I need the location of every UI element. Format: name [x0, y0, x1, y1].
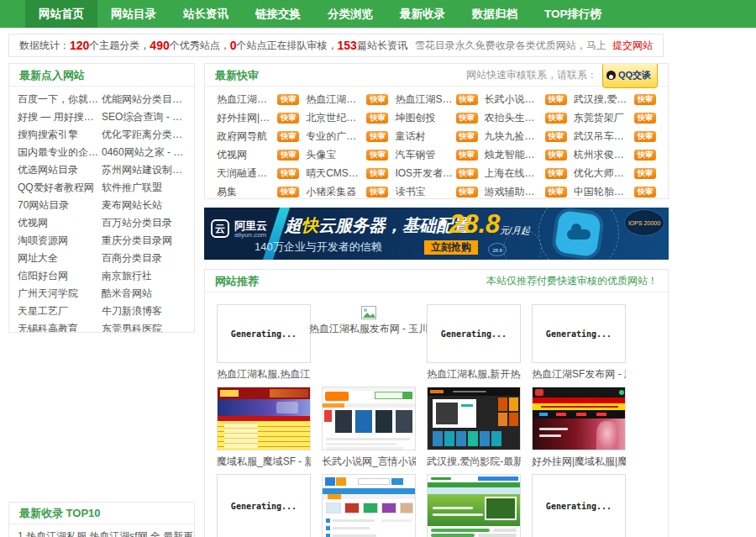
site-link[interactable]: 网址大全: [18, 250, 102, 267]
fast-review-badge[interactable]: 快审: [545, 150, 567, 161]
site-link[interactable]: 政府网导航: [217, 129, 267, 144]
site-link[interactable]: 读书宝: [395, 185, 425, 199]
site-link[interactable]: 专业的广安市房: [306, 129, 364, 144]
site-link[interactable]: 天星工艺厂: [18, 303, 102, 320]
nav-item-top-rank[interactable]: TOP排行榜: [531, 0, 615, 28]
site-thumbnail-agriculture-site[interactable]: [427, 474, 521, 537]
site-link[interactable]: 游戏辅助手机综: [485, 185, 543, 199]
site-link[interactable]: 烛龙智能家居: [485, 148, 543, 162]
fast-review-badge[interactable]: 快审: [277, 94, 299, 105]
site-link[interactable]: 百万站分类目录: [102, 214, 186, 232]
fast-review-badge[interactable]: 快审: [366, 131, 388, 142]
site-link[interactable]: 热血江湖SF发布: [395, 92, 453, 107]
site-link[interactable]: 武汉搜,爱尚影院-: [574, 92, 632, 107]
top10-item-1[interactable]: 1.热血江湖私服,热血江湖sf网,全 最新更热血江湖: [9, 524, 194, 537]
fast-review-badge[interactable]: 快审: [366, 187, 388, 197]
site-link[interactable]: 晴天CMS唯一官: [306, 166, 364, 181]
thumbnail-generating-placeholder[interactable]: Generating...: [217, 474, 311, 537]
site-link[interactable]: 搜狗搜索引擎: [18, 126, 102, 144]
site-link[interactable]: 70网站目录: [18, 197, 102, 214]
fast-review-badge[interactable]: 快审: [545, 94, 567, 105]
site-link[interactable]: QQ爱好者教程网: [18, 179, 102, 197]
fast-review-badge[interactable]: 快审: [456, 131, 478, 142]
thumbnail-generating-placeholder[interactable]: Generating...: [427, 304, 521, 363]
site-link[interactable]: 重庆分类目录网: [102, 232, 186, 250]
site-link[interactable]: 北京世纪年华广: [306, 111, 364, 125]
fast-review-badge[interactable]: 快审: [277, 187, 299, 197]
site-link[interactable]: 中国轮胎商业网: [574, 185, 632, 199]
site-link[interactable]: 九块九捡便宜: [485, 129, 543, 144]
site-link[interactable]: 优视网: [217, 148, 247, 162]
site-link[interactable]: 农抬头生物科技: [485, 111, 543, 125]
fast-review-badge[interactable]: 快审: [456, 113, 478, 124]
fast-review-badge[interactable]: 快审: [634, 113, 656, 124]
site-link[interactable]: 酷米音网站: [102, 285, 186, 303]
fast-review-badge[interactable]: 快审: [634, 94, 656, 105]
site-link[interactable]: 东莞货架厂: [574, 111, 624, 125]
nav-item-link-exchange[interactable]: 链接交换: [242, 0, 314, 28]
site-thumbnail-novel-site[interactable]: [322, 387, 416, 450]
fast-review-badge[interactable]: 快审: [366, 150, 388, 161]
site-link[interactable]: 头像宝: [306, 148, 336, 162]
nav-item-directory[interactable]: 网站目录: [97, 0, 170, 28]
site-link[interactable]: 优化零距离分类目录: [102, 126, 186, 144]
site-link[interactable]: IOS开发者论坛: [395, 166, 453, 181]
site-thumbnail-game-table[interactable]: [217, 387, 311, 450]
fast-review-badge[interactable]: 快审: [456, 187, 478, 197]
fast-review-badge[interactable]: 快审: [366, 113, 388, 124]
site-thumbnail-directory-site[interactable]: [322, 474, 416, 537]
site-link[interactable]: SEO综合查询 - 站长: [102, 108, 186, 126]
fast-review-badge[interactable]: 快审: [634, 168, 656, 179]
thumbnail-generating-placeholder[interactable]: Generating...: [532, 474, 626, 537]
fast-review-badge[interactable]: 快审: [456, 150, 478, 161]
site-link[interactable]: 麦布网站长站: [102, 197, 186, 214]
fast-review-badge[interactable]: 快审: [456, 168, 478, 179]
fast-review-badge[interactable]: 快审: [366, 94, 388, 105]
site-caption-link[interactable]: 好外挂网|魔域私服|魔域私: [532, 455, 626, 468]
site-link[interactable]: 东莞男科医院: [102, 320, 186, 333]
site-link[interactable]: 易集: [217, 185, 237, 199]
site-link[interactable]: 苏州网站建设制作维: [102, 161, 186, 179]
thumbnail-generating-placeholder[interactable]: Generating...: [532, 304, 626, 363]
site-link[interactable]: 好外挂网|魔域私: [217, 111, 275, 125]
site-link[interactable]: 百商分类目录: [102, 250, 186, 267]
fast-review-badge[interactable]: 快审: [366, 168, 388, 179]
nav-item-latest[interactable]: 最新收录: [386, 0, 459, 28]
site-link[interactable]: 热血江湖私服,新: [306, 92, 364, 107]
fast-review-badge[interactable]: 快审: [545, 187, 567, 197]
site-caption-link[interactable]: 热血江湖私服,新开热血江湖: [427, 368, 521, 381]
banner-cta-button[interactable]: 立刻抢购: [424, 240, 478, 255]
nav-item-news[interactable]: 站长资讯: [170, 0, 242, 28]
broken-image-thumbnail[interactable]: 热血江湖私服发布网 - 玉川: [322, 304, 416, 363]
site-link[interactable]: 优视网: [18, 214, 102, 232]
site-link[interactable]: 天润融通智能400: [217, 166, 275, 181]
site-caption-link[interactable]: 长武小说网_言情小说_玄幻: [322, 455, 416, 468]
site-link[interactable]: 童话村: [395, 129, 425, 144]
site-link[interactable]: 优化大师官方网: [574, 166, 632, 181]
fast-review-badge[interactable]: 快审: [545, 113, 567, 124]
site-link[interactable]: 淘呗资源网: [18, 232, 102, 250]
site-link[interactable]: 南京旅行社: [102, 267, 186, 285]
site-link[interactable]: 国内最专业的企业网: [18, 144, 102, 161]
site-thumbnail-movie-site[interactable]: [427, 387, 521, 450]
fast-review-badge[interactable]: 快审: [277, 168, 299, 179]
fast-review-badge[interactable]: 快审: [545, 168, 567, 179]
fast-review-badge[interactable]: 快审: [277, 131, 299, 142]
site-link[interactable]: 0460网站之家 - 实用: [102, 144, 186, 161]
nav-item-home[interactable]: 网站首页: [25, 0, 97, 28]
nav-item-browse[interactable]: 分类浏览: [314, 0, 386, 28]
site-link[interactable]: 广州天河学院: [18, 285, 102, 303]
site-caption-link[interactable]: 魔域私服_魔域SF - 新久久魔: [217, 455, 311, 468]
fast-review-badge[interactable]: 快审: [634, 150, 656, 161]
site-caption-link[interactable]: 热血江湖SF发布网 - 新开盛: [532, 368, 626, 381]
site-caption-link[interactable]: 热血江湖私服,热血江湖sf网,: [217, 368, 311, 381]
site-caption-link[interactable]: 武汉搜,爱尚影院-最新免费: [427, 455, 521, 468]
site-link[interactable]: 上海在线律师网: [485, 166, 543, 181]
site-link[interactable]: 杭州求俊装饰工: [574, 148, 632, 162]
thumbnail-generating-placeholder[interactable]: Generating...: [217, 304, 311, 363]
fast-review-badge[interactable]: 快审: [634, 187, 656, 197]
site-link[interactable]: 汽车钢管: [395, 148, 435, 162]
site-thumbnail-game-portal[interactable]: [532, 387, 626, 450]
submit-site-link[interactable]: 提交网站: [612, 39, 653, 51]
site-link[interactable]: 软件推广联盟: [102, 179, 186, 197]
